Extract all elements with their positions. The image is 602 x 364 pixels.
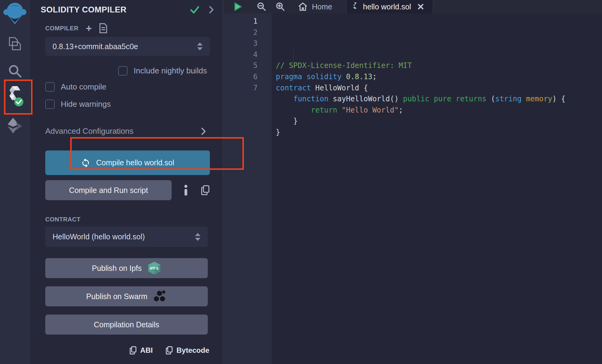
contract-select[interactable]: HelloWorld (hello world.sol): [45, 227, 208, 247]
close-tab-icon[interactable]: [417, 3, 424, 10]
info-icon[interactable]: [184, 185, 188, 196]
panel-chevron-right-icon[interactable]: [209, 5, 214, 14]
remix-logo: [0, 2, 29, 25]
compile-button-label: Compile hello world.sol: [96, 158, 174, 167]
editor-tab-bar: Home hello world.sol: [224, 0, 602, 13]
contract-section-label: CONTRACT: [45, 216, 210, 223]
zoom-in-icon[interactable]: [275, 2, 285, 12]
line-numbers: 1234567: [224, 13, 272, 364]
copy-bytecode-button[interactable]: Bytecode: [166, 346, 209, 355]
indent-guide: [311, 60, 311, 71]
activity-bar: [0, 0, 29, 364]
search-icon[interactable]: [0, 64, 29, 78]
solidity-compiler-icon[interactable]: [0, 86, 29, 109]
zoom-out-icon[interactable]: [257, 2, 266, 12]
refresh-icon: [81, 158, 91, 168]
compile-button[interactable]: Compile hello world.sol: [45, 150, 210, 175]
code-lines: // SPDX-License-Identifier: MITpragma so…: [276, 60, 602, 138]
ipfs-icon: IPFS: [147, 261, 161, 275]
swarm-icon: [153, 290, 167, 303]
solidity-compiler-panel: SOLIDITY COMPILER COMPILER + 0.8.13+comm…: [30, 0, 223, 364]
select-caret-icon: [197, 42, 203, 50]
copy-icon: [166, 346, 173, 355]
copy-icon[interactable]: [201, 185, 210, 195]
indent-guide: [293, 49, 294, 83]
add-compiler-icon[interactable]: +: [86, 24, 92, 32]
hide-warnings-label: Hide warnings: [61, 99, 111, 109]
tab-home[interactable]: Home: [298, 2, 332, 11]
advanced-configurations-toggle[interactable]: Advanced Configurations: [45, 126, 210, 136]
compilation-details-button[interactable]: Compilation Details: [45, 315, 208, 335]
advanced-chevron-right-icon: [201, 127, 206, 136]
file-explorer-icon[interactable]: [0, 36, 29, 52]
hide-warnings-checkbox[interactable]: [45, 99, 55, 109]
auto-compile-checkbox[interactable]: [45, 82, 55, 92]
solidity-file-icon: [352, 2, 359, 11]
compiler-section-label: COMPILER: [45, 25, 79, 32]
include-nightly-checkbox[interactable]: [118, 66, 128, 76]
select-caret-icon: [195, 233, 200, 241]
editor-area: Home hello world.sol 1234567 // SPDX-Lic…: [224, 0, 602, 364]
publish-swarm-button[interactable]: Publish on Swarm: [45, 286, 208, 306]
run-script-button[interactable]: [232, 1, 243, 12]
code-editor[interactable]: // SPDX-License-Identifier: MITpragma so…: [272, 13, 602, 364]
publish-ipfs-button[interactable]: Publish on Ipfs IPFS: [45, 258, 208, 278]
tab-hello-world-sol[interactable]: hello world.sol: [346, 0, 433, 13]
home-icon: [298, 2, 308, 11]
copy-abi-button[interactable]: ABI: [129, 346, 153, 355]
deploy-run-icon[interactable]: [0, 118, 29, 133]
copy-icon: [129, 346, 137, 355]
auto-compile-label: Auto compile: [61, 82, 106, 92]
panel-title: SOLIDITY COMPILER: [41, 5, 189, 15]
include-nightly-label: Include nightly builds: [134, 66, 207, 76]
compile-and-run-button[interactable]: Compile and Run script: [45, 180, 172, 200]
compiler-doc-icon[interactable]: [99, 23, 108, 33]
compiler-version-select[interactable]: 0.8.13+commit.abaa5c0e: [45, 37, 210, 56]
advanced-configurations-label: Advanced Configurations: [45, 126, 134, 136]
compiled-check-icon: [189, 5, 200, 15]
